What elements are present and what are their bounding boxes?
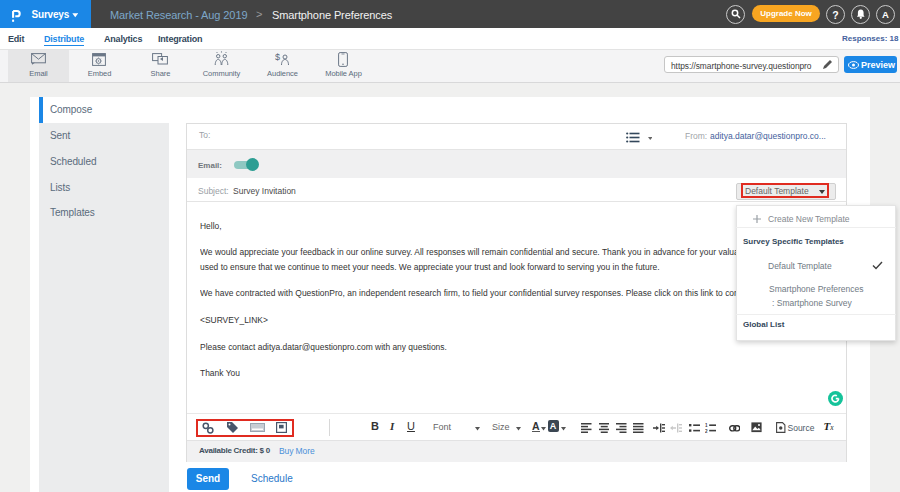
svg-text:1: 1: [705, 423, 708, 428]
svg-text:2: 2: [705, 429, 708, 433]
svg-text:$: $: [275, 52, 280, 62]
